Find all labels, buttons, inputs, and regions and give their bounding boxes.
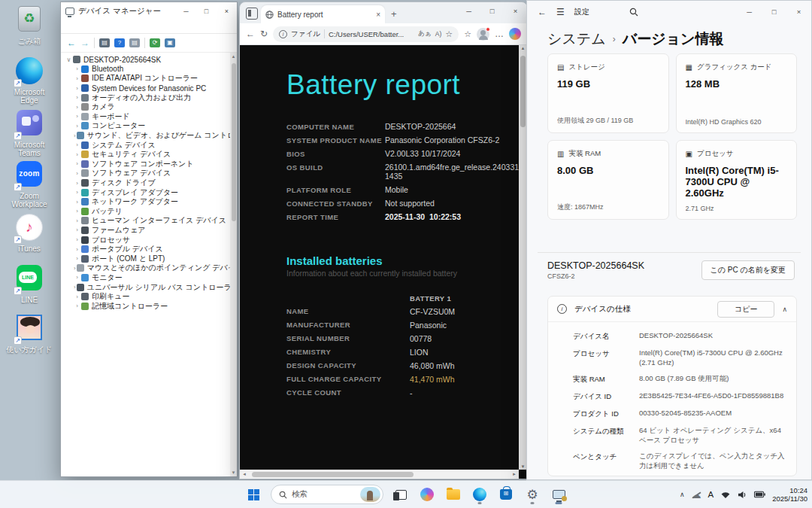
back-icon[interactable]: ← (67, 38, 76, 47)
device-category-row[interactable]: › System Devices for Panasonic PC (61, 84, 237, 93)
back-icon[interactable]: ← (246, 29, 255, 39)
profile-avatar[interactable] (477, 28, 489, 41)
close-button[interactable]: × (786, 2, 811, 23)
translate-icon[interactable]: あぁ (418, 29, 431, 38)
expand-chevron-icon[interactable]: › (74, 85, 80, 92)
device-category-row[interactable]: › カメラ (61, 102, 237, 112)
device-category-row[interactable]: › システム デバイス (61, 140, 237, 150)
device-manager-button[interactable] (550, 485, 568, 504)
properties-icon[interactable]: ▤ (129, 38, 140, 47)
expand-chevron-icon[interactable]: › (74, 151, 80, 158)
read-aloud-icon[interactable]: A) (435, 30, 442, 38)
tree-root-computer[interactable]: ∨ DESKTOP-2025664SK (61, 55, 237, 65)
close-button[interactable]: × (217, 3, 237, 20)
expand-chevron-icon[interactable]: › (74, 75, 80, 82)
device-manager-scrollbar[interactable]: ▲ ▼ (230, 53, 237, 476)
file-explorer-button[interactable] (444, 485, 462, 504)
expand-chevron-icon[interactable]: › (74, 65, 80, 72)
help-icon[interactable]: ? (114, 38, 125, 47)
device-category-row[interactable]: › ファームウェア (61, 226, 237, 236)
desktop-icon-edge[interactable]: ↗ Microsoft Edge (5, 57, 54, 105)
collapse-chevron-icon[interactable]: ∨ (65, 56, 72, 63)
clock[interactable]: 10:24 2025/11/30 (772, 486, 807, 503)
scrollbar-thumb[interactable] (232, 63, 236, 221)
wifi-icon[interactable] (720, 491, 731, 499)
minimize-button[interactable]: ─ (176, 3, 196, 20)
start-button[interactable] (244, 485, 262, 504)
scrollbar-thumb[interactable] (252, 472, 414, 477)
minimize-button[interactable]: ─ (737, 2, 762, 23)
scrollbar-thumb[interactable] (520, 56, 526, 127)
favorite-star-icon[interactable]: ☆ (445, 29, 453, 39)
settings-titlebar[interactable]: ← ☰ 設定 ─ □ × (527, 1, 811, 23)
expand-chevron-icon[interactable]: › (74, 294, 80, 300)
desktop-icon-teams[interactable]: ↗ Microsoft Teams (5, 110, 54, 157)
device-category-row[interactable]: › オーディオの入力および出力 (61, 93, 237, 102)
scroll-right-icon[interactable]: ▸ (510, 471, 519, 477)
device-category-row[interactable]: › Bluetooth (61, 65, 237, 75)
device-category-row[interactable]: › ポート (COM と LPT) (61, 254, 237, 263)
device-category-row[interactable]: › IDE ATA/ATAPI コントローラー (61, 74, 237, 84)
device-category-row[interactable]: › サウンド、ビデオ、およびゲーム コントローラー (61, 131, 237, 141)
back-icon[interactable]: ← (538, 7, 547, 17)
scroll-up-icon[interactable]: ▲ (230, 54, 237, 59)
expand-chevron-icon[interactable]: › (74, 246, 80, 253)
address-bar[interactable]: i ファイル C:/Users/USER/batter... あぁ A) ☆ (273, 26, 459, 42)
expand-chevron-icon[interactable]: › (74, 265, 76, 272)
scan-hardware-icon[interactable]: ⟳ (150, 38, 160, 47)
expand-chevron-icon[interactable]: › (74, 274, 80, 281)
search-highlight-image[interactable] (360, 487, 380, 502)
expand-chevron-icon[interactable]: › (74, 94, 80, 101)
maximize-button[interactable]: □ (480, 2, 504, 20)
expand-chevron-icon[interactable]: › (74, 170, 80, 177)
device-category-row[interactable]: › バッテリ (61, 207, 237, 217)
device-category-row[interactable]: › 記憶域コントローラー (61, 301, 237, 311)
device-manager-titlebar[interactable]: デバイス マネージャー ─ □ × (61, 2, 237, 20)
device-category-row[interactable]: › プロセッサ (61, 235, 237, 245)
device-category-row[interactable]: › セキュリティ デバイス (61, 150, 237, 160)
device-category-row[interactable]: › モニター (61, 273, 237, 283)
desktop-icon-line[interactable]: LINE↗ LINE (5, 265, 54, 304)
expand-chevron-icon[interactable]: › (74, 189, 80, 196)
maximize-button[interactable]: □ (762, 2, 786, 23)
expand-chevron-icon[interactable]: › (74, 113, 80, 120)
refresh-icon[interactable]: ↻ (260, 29, 268, 39)
expand-chevron-icon[interactable]: › (74, 132, 76, 139)
edge-button[interactable] (471, 485, 489, 504)
device-category-row[interactable]: › ソフトウェア コンポーネント (61, 160, 237, 169)
desktop-icon-itunes[interactable]: ♪↗ iTunes (5, 214, 54, 253)
expand-chevron-icon[interactable]: › (74, 104, 80, 111)
device-category-row[interactable]: › ソフトウェア デバイス (61, 169, 237, 178)
device-category-row[interactable]: › コンピューター (61, 121, 237, 131)
desktop-icon-recycle-bin[interactable]: ♻ ごみ箱 (5, 6, 54, 45)
browser-tab[interactable]: Battery report × (261, 5, 385, 23)
copy-button[interactable]: コピー (717, 301, 774, 318)
maximize-button[interactable]: □ (196, 3, 217, 20)
close-button[interactable]: × (504, 2, 527, 20)
horizontal-scrollbar[interactable]: ◂ ▸ (240, 470, 519, 479)
device-category-row[interactable]: › ポータブル デバイス (61, 245, 237, 254)
expand-chevron-icon[interactable]: › (74, 284, 76, 291)
search-icon[interactable] (629, 8, 638, 17)
expand-chevron-icon[interactable]: › (74, 180, 80, 187)
copilot-button[interactable] (418, 485, 436, 504)
device-specifications-header[interactable]: i デバイスの仕様 コピー ∧ (548, 297, 796, 322)
expand-chevron-icon[interactable]: › (74, 123, 80, 129)
copilot-icon[interactable] (509, 28, 521, 40)
device-category-row[interactable]: › 印刷キュー (61, 292, 237, 302)
device-category-row[interactable]: › マウスとそのほかのポインティング デバイス (61, 263, 237, 273)
battery-icon[interactable] (754, 491, 765, 498)
minimize-button[interactable]: ─ (457, 2, 480, 20)
expand-chevron-icon[interactable]: › (74, 236, 80, 243)
scroll-left-icon[interactable]: ◂ (240, 471, 249, 477)
device-category-row[interactable]: › ユニバーサル シリアル バス コントローラー (61, 282, 237, 292)
show-console-icon[interactable]: ▤ (99, 38, 110, 47)
more-menu-icon[interactable]: … (495, 29, 504, 39)
rename-pc-button[interactable]: この PC の名前を変更 (701, 260, 795, 280)
tab-close-icon[interactable]: × (376, 11, 380, 19)
store-button[interactable] (497, 485, 515, 504)
desktop-icon-guide[interactable]: ↗ 使い方ガイド (5, 315, 54, 354)
device-category-row[interactable]: › ディスク ドライブ (61, 178, 237, 188)
forward-icon[interactable]: → (80, 38, 89, 47)
settings-button[interactable]: ⚙ (523, 485, 541, 504)
